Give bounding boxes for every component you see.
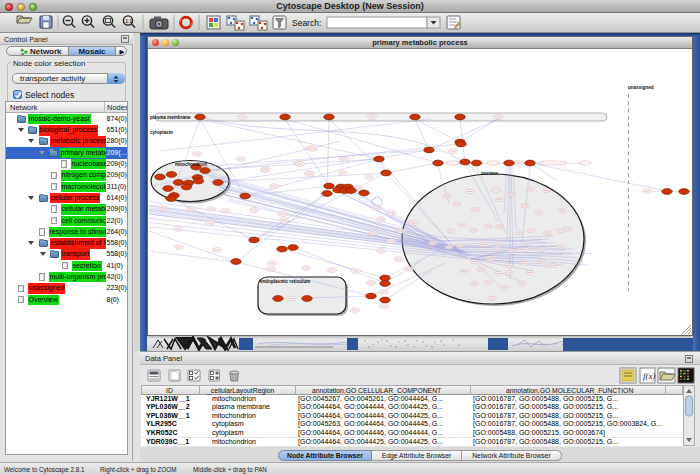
- svg-text:mitochondrion: mitochondrion: [175, 162, 207, 167]
- svg-text:unassigned: unassigned: [628, 85, 654, 90]
- svg-text:nucleus: nucleus: [481, 171, 499, 176]
- svg-text:cytoplasm: cytoplasm: [150, 130, 173, 135]
- svg-text:endoplasmic reticulum: endoplasmic reticulum: [260, 279, 310, 284]
- svg-text:plasma membrane: plasma membrane: [150, 115, 191, 120]
- svg-text:1:1: 1:1: [125, 18, 132, 24]
- svg-text:Search:: Search:: [292, 18, 321, 28]
- svg-text:f(x): f(x): [643, 371, 656, 381]
